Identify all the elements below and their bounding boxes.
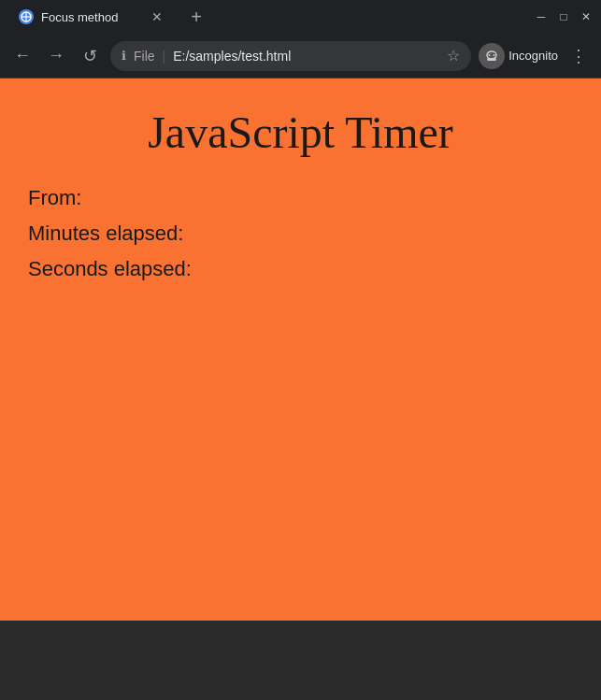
address-input[interactable]: ℹ File | E:/samples/test.html ☆ [110,41,471,71]
page-title: JavaScript Timer [28,107,573,158]
svg-rect-4 [487,58,496,61]
title-bar: Focus method ✕ + ─ □ ✕ [0,0,601,34]
reload-button[interactable]: ↺ [77,43,103,69]
svg-point-5 [489,54,491,56]
back-button[interactable]: ← [9,43,36,69]
url-path: E:/samples/test.html [173,49,291,64]
url-scheme: File [134,49,155,64]
maximize-button[interactable]: □ [556,9,571,24]
url-divider: | [163,49,166,64]
bookmark-icon[interactable]: ☆ [447,47,460,64]
window-close-button[interactable]: ✕ [579,9,594,24]
minutes-label: Minutes elapsed: [28,221,573,246]
tab-favicon-icon [19,9,34,24]
tab-close-button[interactable]: ✕ [150,9,165,24]
page-content: JavaScript Timer From: Minutes elapsed: … [0,79,601,621]
incognito-label: Incognito [508,49,558,63]
from-label: From: [28,186,573,210]
tab-title: Focus method [41,10,142,24]
address-bar: ← → ↺ ℹ File | E:/samples/test.html ☆ In… [0,34,601,79]
browser-menu-button[interactable]: ⋮ [565,43,592,69]
info-icon: ℹ [122,49,126,63]
browser-tab[interactable]: Focus method ✕ [7,2,176,32]
svg-point-6 [494,54,495,56]
incognito-area: Incognito [479,43,558,69]
minimize-button[interactable]: ─ [534,9,549,24]
window-controls: ─ □ ✕ [534,9,594,24]
incognito-icon [479,43,505,69]
seconds-label: Seconds elapsed: [28,257,573,281]
forward-button[interactable]: → [43,43,69,69]
new-tab-button[interactable]: + [183,4,209,30]
